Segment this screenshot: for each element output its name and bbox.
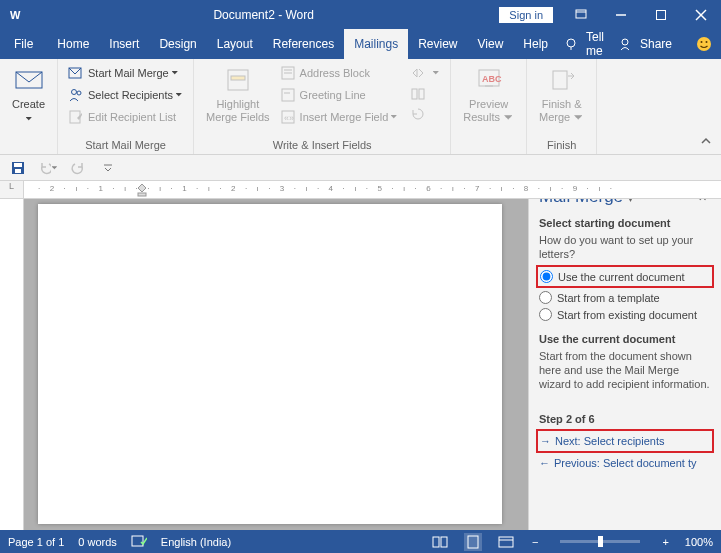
ribbon-display-options-icon[interactable] <box>561 0 601 29</box>
tab-layout[interactable]: Layout <box>207 29 263 59</box>
zoom-thumb[interactable] <box>598 536 603 547</box>
group-label-start-mail-merge: Start Mail Merge <box>64 139 187 154</box>
highlight-merge-fields-button[interactable]: HighlightMerge Fields <box>200 62 276 139</box>
greeting-line-label: Greeting Line <box>300 86 366 104</box>
edit-recipient-list-button[interactable]: Edit Recipient List <box>64 106 187 128</box>
edit-recipient-label: Edit Recipient List <box>88 108 176 126</box>
read-mode-icon[interactable] <box>430 535 450 549</box>
qat-customize-icon[interactable] <box>98 158 118 178</box>
merge-field-icon: «» <box>280 109 296 125</box>
svg-rect-36 <box>15 169 21 173</box>
rules-button[interactable]: ⏷ <box>406 62 444 84</box>
select-starting-doc-heading: Select starting document <box>539 217 711 229</box>
print-layout-icon[interactable] <box>464 533 482 551</box>
svg-rect-35 <box>14 163 22 167</box>
save-icon[interactable] <box>8 158 28 178</box>
ribbon: Create⏷ Start Mail Merge ⏷ Select Recipi… <box>0 59 721 155</box>
zoom-level[interactable]: 100% <box>685 536 713 548</box>
preview-results-button[interactable]: ABC PreviewResults ⏷ <box>457 62 520 139</box>
svg-rect-42 <box>468 536 478 548</box>
zoom-out-button[interactable]: − <box>530 536 540 548</box>
undo-icon[interactable]: ⏷ <box>38 158 58 178</box>
insert-merge-field-button[interactable]: «» Insert Merge Field ⏷ <box>276 106 403 128</box>
preview-l2: Results <box>463 111 500 123</box>
radio-use-current-document[interactable]: Use the current document <box>540 268 710 285</box>
collapse-ribbon-icon[interactable] <box>699 134 713 150</box>
radio-label: Start from existing document <box>557 309 697 321</box>
radio-input[interactable] <box>539 308 552 321</box>
minimize-icon[interactable] <box>601 0 641 29</box>
tab-references[interactable]: References <box>263 29 344 59</box>
use-current-doc-heading: Use the current document <box>539 333 711 345</box>
greeting-line-button[interactable]: Greeting Line <box>276 84 403 106</box>
ribbon-tabs: File Home Insert Design Layout Reference… <box>0 29 721 59</box>
match-fields-icon <box>410 86 426 102</box>
horizontal-ruler[interactable]: · 2 · ı · 1 · ı · · ı · 1 · ı · 2 · ı · … <box>24 181 721 199</box>
word-count[interactable]: 0 words <box>78 536 117 548</box>
tab-view[interactable]: View <box>468 29 514 59</box>
radio-input[interactable] <box>539 291 552 304</box>
radio-start-from-existing[interactable]: Start from existing document <box>539 306 711 323</box>
match-fields-button[interactable] <box>406 84 444 104</box>
tab-mailings[interactable]: Mailings <box>344 29 408 59</box>
tab-insert[interactable]: Insert <box>99 29 149 59</box>
update-labels-icon <box>410 106 426 122</box>
highlighted-option-box: Use the current document <box>536 265 714 288</box>
maximize-icon[interactable] <box>641 0 681 29</box>
create-envelopes-button[interactable]: Create⏷ <box>6 62 51 139</box>
svg-point-12 <box>697 37 711 51</box>
close-icon[interactable] <box>681 0 721 29</box>
svg-point-17 <box>72 90 77 95</box>
zoom-in-button[interactable]: + <box>660 536 670 548</box>
ribbon-group-start-mail-merge: Start Mail Merge ⏷ Select Recipients ⏷ E… <box>58 59 194 154</box>
chevron-down-icon: ⏷ <box>432 64 440 82</box>
chevron-down-icon: ⏷ <box>175 86 183 104</box>
group-label-create <box>6 139 51 154</box>
file-tab[interactable]: File <box>0 29 47 59</box>
tab-help[interactable]: Help <box>513 29 558 59</box>
redo-icon[interactable] <box>68 158 88 178</box>
radio-input[interactable] <box>540 270 553 283</box>
select-recipients-button[interactable]: Select Recipients ⏷ <box>64 84 187 106</box>
group-label-write-insert: Write & Insert Fields <box>200 139 444 154</box>
address-block-icon <box>280 65 296 81</box>
svg-rect-30 <box>419 89 424 99</box>
sign-in-button[interactable]: Sign in <box>499 7 553 23</box>
share-button[interactable]: Share <box>638 29 682 59</box>
vertical-ruler[interactable] <box>0 199 24 530</box>
finish-merge-button[interactable]: Finish &Merge ⏷ <box>533 62 590 139</box>
tab-review[interactable]: Review <box>408 29 467 59</box>
language-indicator[interactable]: English (India) <box>161 536 231 548</box>
svg-text:«»: «» <box>284 113 294 123</box>
indent-marker-icon[interactable] <box>137 183 147 199</box>
tab-home[interactable]: Home <box>47 29 99 59</box>
next-step-link[interactable]: → Next: Select recipients <box>540 432 710 450</box>
highlight-l2: Merge Fields <box>206 111 270 123</box>
radio-start-from-template[interactable]: Start from a template <box>539 289 711 306</box>
svg-point-14 <box>706 41 708 43</box>
ruler-corner[interactable]: L <box>0 181 24 199</box>
svg-text:ABC: ABC <box>482 74 502 84</box>
chevron-down-icon: ⏷ <box>503 111 514 123</box>
web-layout-icon[interactable] <box>496 535 516 549</box>
start-mail-merge-button[interactable]: Start Mail Merge ⏷ <box>64 62 187 84</box>
spellcheck-icon[interactable] <box>131 534 147 550</box>
ribbon-group-finish: Finish &Merge ⏷ Finish <box>527 59 597 154</box>
title-bar: W Document2 - Word Sign in <box>0 0 721 29</box>
group-label-finish: Finish <box>533 139 590 154</box>
ruler-marks: · 2 · ı · 1 · ı · · ı · 1 · ı · 2 · ı · … <box>38 184 616 193</box>
previous-step-link[interactable]: ← Previous: Select document ty <box>539 454 711 472</box>
smiley-icon[interactable] <box>682 29 721 59</box>
tab-design[interactable]: Design <box>149 29 206 59</box>
zoom-slider[interactable] <box>560 540 640 543</box>
share-icon <box>612 29 638 59</box>
page[interactable] <box>38 204 502 524</box>
ribbon-group-write-insert: HighlightMerge Fields Address Block Gree… <box>194 59 451 154</box>
address-block-button[interactable]: Address Block <box>276 62 403 84</box>
svg-rect-43 <box>499 537 513 547</box>
update-labels-button[interactable] <box>406 104 444 124</box>
page-indicator[interactable]: Page 1 of 1 <box>8 536 64 548</box>
group-label-preview <box>457 139 520 154</box>
tell-me[interactable]: Tell me <box>584 29 612 59</box>
chevron-down-icon: ⏷ <box>573 111 584 123</box>
